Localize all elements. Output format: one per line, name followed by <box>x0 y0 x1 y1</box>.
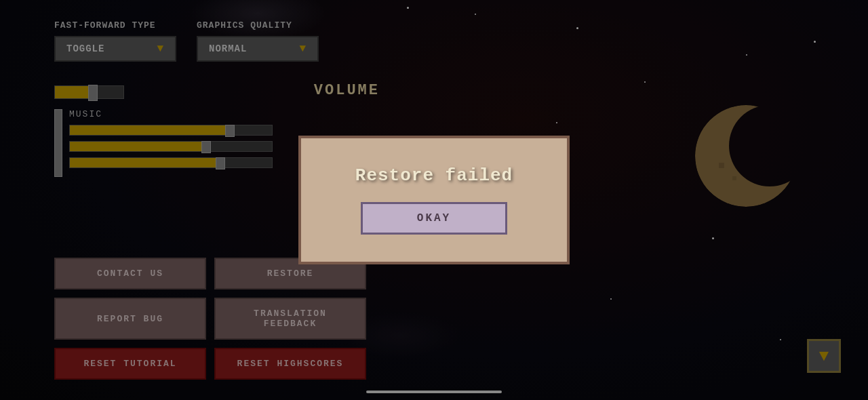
modal-okay-button[interactable]: OKAY <box>361 202 507 235</box>
modal-overlay: Restore failed OKAY <box>0 0 868 400</box>
restore-failed-modal: Restore failed OKAY <box>298 136 570 264</box>
modal-title: Restore failed <box>355 165 513 186</box>
